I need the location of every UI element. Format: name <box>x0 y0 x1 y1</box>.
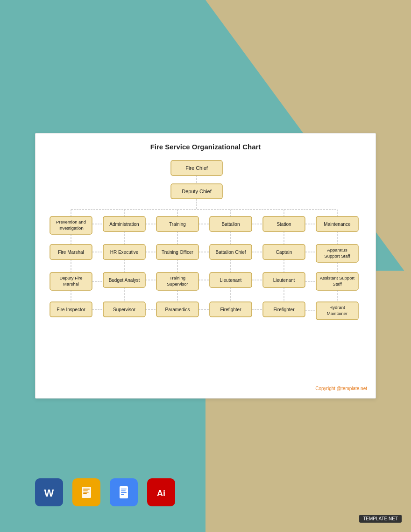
svg-rect-84 <box>121 490 126 491</box>
budget-analyst-label: Budget Analyst <box>109 278 140 283</box>
lieutenant1-label: Lieutenant <box>220 278 242 283</box>
deputy-chief-label: Deputy Chief <box>182 189 212 194</box>
training-supervisor-label2: Supervisor <box>167 281 188 287</box>
administration-label: Administration <box>109 222 139 227</box>
word-icon[interactable]: W <box>35 478 63 506</box>
supervisor-label: Supervisor <box>113 307 135 312</box>
acrobat-icon[interactable]: Ai <box>147 478 175 506</box>
assistant-support-label: Assistant Support <box>320 275 355 280</box>
fire-marshal-label: Fire Marshal <box>58 250 84 255</box>
svg-rect-80 <box>83 493 87 494</box>
chart-title: Fire Service Organizational Chart <box>44 143 367 151</box>
lieutenant2-label: Lieutenant <box>273 278 295 283</box>
copyright-text: Copyright @template.net <box>44 386 367 391</box>
org-chart-card: Fire Service Organizational Chart Fire C… <box>35 133 376 399</box>
maintenance-label: Maintenance <box>324 222 351 227</box>
training-officer-label: Training Officer <box>162 250 193 255</box>
svg-rect-77 <box>83 489 90 490</box>
fire-chief-label: Fire Chief <box>185 165 208 171</box>
pages-icon[interactable] <box>72 478 100 506</box>
prevention-label: Prevention and <box>56 219 86 224</box>
fire-inspector-label: Fire Inspector <box>57 307 85 312</box>
station-label: Station <box>276 222 291 227</box>
assistant-support-label2: Staff <box>333 281 342 287</box>
support-staff-label: Support Staff <box>324 253 350 259</box>
svg-rect-86 <box>121 494 124 495</box>
paramedics-label: Paramedics <box>165 307 190 312</box>
docs-icon[interactable] <box>110 478 138 506</box>
firefighter1-label: Firefighter <box>220 307 241 312</box>
bottom-icons-bar: W Ai <box>35 478 175 506</box>
captain-label: Captain <box>276 250 292 255</box>
deputy-fire-marshal-label2: Marshal <box>63 281 79 287</box>
training-supervisor-label: Training <box>170 275 185 280</box>
svg-rect-83 <box>121 489 127 490</box>
investigation-label: Investigation <box>58 225 83 231</box>
hydrant-label2: Maintainer <box>327 311 347 316</box>
hydrant-label: Hydrant <box>329 305 345 310</box>
firefighter2-label: Firefighter <box>273 307 295 312</box>
template-badge: TEMPLATE.NET <box>359 515 402 523</box>
svg-text:Ai: Ai <box>157 489 165 498</box>
training-label: Training <box>169 222 186 227</box>
apparatus-label: Apparatus <box>327 247 347 252</box>
svg-rect-78 <box>83 490 88 491</box>
svg-rect-79 <box>83 492 89 493</box>
svg-text:W: W <box>44 487 54 499</box>
deputy-fire-marshal-label: Deputy Fire <box>59 275 82 280</box>
hr-executive-label: HR Executive <box>110 250 139 255</box>
org-chart-svg: Fire Chief Deputy Chief Prevention and I… <box>44 158 368 382</box>
svg-rect-85 <box>121 492 127 493</box>
battalion-chief-label: Battalion Chief <box>215 250 246 255</box>
battalion-label: Battalion <box>222 222 240 227</box>
